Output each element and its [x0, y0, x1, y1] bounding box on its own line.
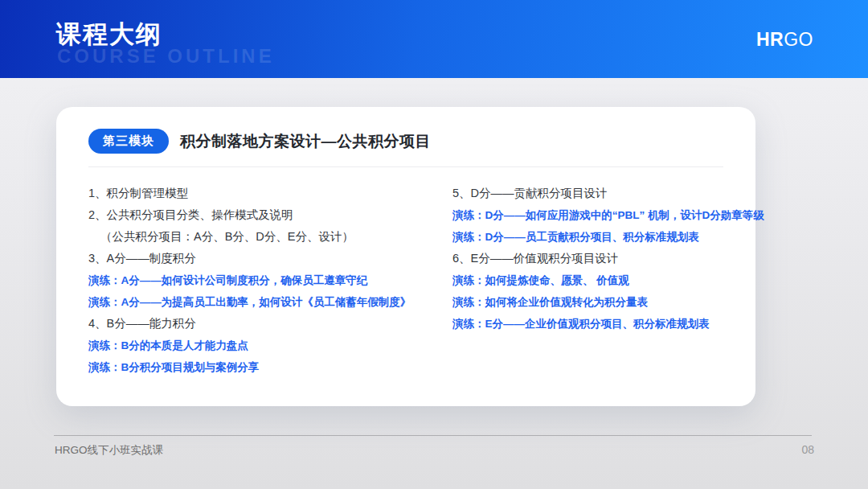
- page-number: 08: [801, 443, 814, 456]
- drill-item: 演练：如何将企业价值观转化为积分量表: [452, 291, 764, 313]
- footer-divider: [54, 435, 812, 436]
- outline-column-left: 1、积分制管理模型2、公共积分项目分类、操作模式及说明（公共积分项目：A分、B分…: [88, 183, 452, 378]
- slide-header: 课程大纲 COURSE OUTLINE HRGO: [0, 0, 868, 78]
- outline-item: 1、积分制管理模型: [88, 183, 452, 204]
- drill-item: 演练：B分的本质是人才能力盘点: [88, 335, 452, 356]
- outline-column-right: 5、D分——贡献积分项目设计演练：D分——如何应用游戏中的“PBL” 机制，设计…: [452, 183, 764, 378]
- outline-item: （公共积分项目：A分、B分、D分、E分、设计）: [88, 226, 452, 248]
- hrgo-logo-light: GO: [784, 29, 813, 50]
- outline-item: 2、公共积分项目分类、操作模式及说明: [88, 204, 452, 226]
- drill-item: 演练：E分——企业价值观积分项目、积分标准规划表: [452, 313, 764, 335]
- module-title: 积分制落地方案设计—公共积分项目: [180, 131, 431, 152]
- drill-item: 演练：D分——员工贡献积分项目、积分标准规划表: [452, 226, 764, 248]
- drill-item: 演练：D分——如何应用游戏中的“PBL” 机制，设计D分勋章等级: [452, 204, 764, 226]
- drill-item: 演练：如何提炼使命、愿景、 价值观: [452, 269, 764, 291]
- card-title-divider: [88, 166, 723, 167]
- page-title-watermark: COURSE OUTLINE: [57, 45, 275, 68]
- drill-item: 演练：A分——为提高员工出勤率，如何设计《员工储蓄年假制度》: [88, 291, 452, 313]
- module-badge: 第三模块: [88, 129, 169, 154]
- card-header-row: 第三模块 积分制落地方案设计—公共积分项目: [88, 129, 723, 154]
- drill-item: 演练：B分积分项目规划与案例分享: [88, 356, 452, 378]
- outline-columns: 1、积分制管理模型2、公共积分项目分类、操作模式及说明（公共积分项目：A分、B分…: [88, 183, 723, 378]
- outline-item: 6、E分——价值观积分项目设计: [452, 248, 764, 269]
- drill-item: 演练：A分——如何设计公司制度积分，确保员工遵章守纪: [88, 269, 452, 291]
- outline-item: 5、D分——贡献积分项目设计: [452, 183, 764, 204]
- outline-item: 3、A分——制度积分: [88, 248, 452, 269]
- outline-item: 4、B分——能力积分: [88, 313, 452, 335]
- hrgo-logo: HRGO: [756, 29, 813, 51]
- course-outline-card: 第三模块 积分制落地方案设计—公共积分项目 1、积分制管理模型2、公共积分项目分…: [56, 107, 755, 406]
- footer-course-label: HRGO线下小班实战课: [55, 443, 163, 458]
- hrgo-logo-bold: HR: [756, 29, 784, 50]
